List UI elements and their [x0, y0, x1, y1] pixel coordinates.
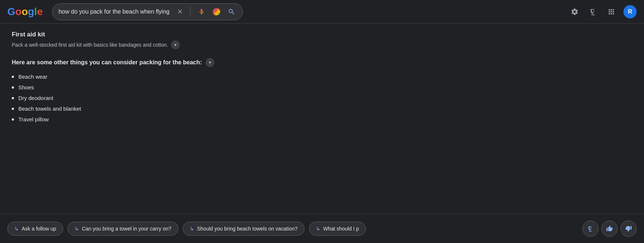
- chip-2-button[interactable]: ↳ Should you bring beach towels on vacat…: [183, 222, 305, 236]
- ask-followup-button[interactable]: ↳ Ask a follow up: [7, 222, 63, 236]
- bullet-dot: [12, 97, 14, 99]
- thumbs-down-icon: [625, 225, 632, 232]
- chip-2-label: Should you bring beach towels on vacatio…: [197, 226, 298, 232]
- bottom-bar: ↳ Ask a follow up ↳ Can you bring a towe…: [0, 214, 644, 243]
- list-item-text: Beach wear: [18, 74, 47, 80]
- other-things-label: Here are some other things you can consi…: [12, 58, 632, 67]
- list-item-text: Beach towels and blanket: [18, 106, 81, 112]
- first-aid-desc-text: Pack a well-stocked first aid kit with b…: [12, 42, 168, 48]
- bullet-dot: [12, 118, 14, 121]
- apps-button[interactable]: [605, 6, 618, 18]
- thumbs-up-icon: [606, 225, 613, 232]
- ask-followup-label: Ask a follow up: [22, 226, 56, 232]
- main-content: First aid kit Pack a well-stocked first …: [0, 24, 644, 214]
- lens-icon: [212, 8, 221, 16]
- mic-icon: [198, 8, 205, 15]
- header: Google how do you pack for the beach whe…: [0, 0, 644, 24]
- labs-action-button[interactable]: [582, 221, 598, 237]
- first-aid-collapse-button[interactable]: ▾: [171, 40, 180, 49]
- lens-button[interactable]: [211, 6, 222, 17]
- bottom-right-icons: [582, 221, 637, 237]
- search-bar-icons: ✕: [176, 6, 237, 17]
- divider: [190, 7, 190, 17]
- list-item: Travel pillow: [12, 116, 632, 122]
- chevron-down-icon-2: ▾: [209, 60, 211, 65]
- arrow-icon: ↳: [14, 226, 19, 232]
- flask-action-icon: [587, 225, 594, 232]
- chip-3-button[interactable]: ↳ What should I p: [309, 222, 366, 236]
- list-item: Shoes: [12, 84, 632, 90]
- chevron-down-icon: ▾: [174, 42, 177, 47]
- other-things-collapse-button[interactable]: ▾: [205, 58, 214, 67]
- avatar-letter: R: [628, 8, 632, 15]
- list-item: Beach towels and blanket: [12, 106, 632, 112]
- first-aid-title: First aid kit: [12, 31, 632, 38]
- list-item-text: Travel pillow: [18, 116, 49, 122]
- first-aid-desc: Pack a well-stocked first aid kit with b…: [12, 40, 632, 49]
- clear-icon: ✕: [177, 8, 183, 16]
- bullet-dot: [12, 86, 14, 89]
- header-right: R: [568, 5, 637, 18]
- arrow-icon-4: ↳: [316, 226, 320, 232]
- mic-button[interactable]: [196, 7, 207, 17]
- arrow-icon-2: ↳: [74, 226, 79, 232]
- search-bar[interactable]: how do you pack for the beach when flyin…: [52, 3, 243, 20]
- other-things-text: Here are some other things you can consi…: [12, 59, 202, 66]
- arrow-icon-3: ↳: [190, 226, 194, 232]
- chip-3-label: What should I p: [323, 226, 359, 232]
- gear-icon: [571, 8, 579, 16]
- list-item-text: Shoes: [18, 84, 34, 90]
- bullet-dot: [12, 108, 14, 110]
- apps-icon: [607, 8, 615, 16]
- list-item: Beach wear: [12, 74, 632, 80]
- bullet-dot: [12, 76, 14, 78]
- google-logo: Google: [7, 6, 43, 18]
- thumbs-down-button[interactable]: [621, 221, 637, 237]
- search-icon: [228, 8, 235, 15]
- list-item: Dry deodorant: [12, 95, 632, 101]
- chip-1-button[interactable]: ↳ Can you bring a towel in your carry on…: [68, 222, 178, 236]
- search-input[interactable]: how do you pack for the beach when flyin…: [58, 8, 172, 15]
- flask-icon: [589, 8, 597, 16]
- thumbs-up-button[interactable]: [601, 221, 618, 237]
- chip-1-label: Can you bring a towel in your carry on?: [82, 226, 171, 232]
- settings-button[interactable]: [568, 6, 581, 18]
- avatar[interactable]: R: [623, 5, 637, 18]
- clear-button[interactable]: ✕: [176, 6, 184, 17]
- list-item-text: Dry deodorant: [18, 95, 53, 101]
- search-submit-button[interactable]: [226, 7, 237, 17]
- labs-button[interactable]: [587, 6, 599, 18]
- packing-list: Beach wear Shoes Dry deodorant Beach tow…: [12, 74, 632, 122]
